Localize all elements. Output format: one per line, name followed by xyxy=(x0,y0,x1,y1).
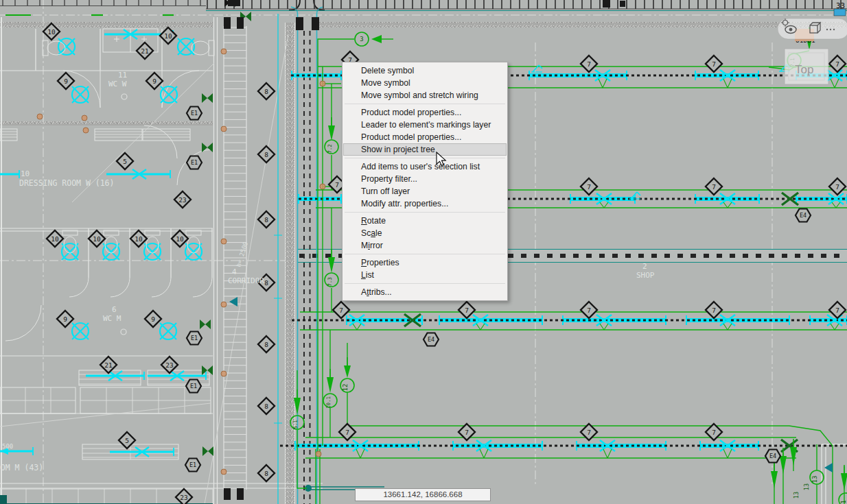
room-name-wcw: WC W xyxy=(108,80,127,88)
svg-text:7: 7 xyxy=(835,183,839,191)
svg-text:8: 8 xyxy=(264,341,268,348)
room-name-wcm: WC M xyxy=(103,314,121,323)
svg-text:E4: E4 xyxy=(769,453,776,459)
column xyxy=(603,0,610,8)
junction-dot xyxy=(221,49,227,54)
svg-text:E4: E4 xyxy=(800,212,807,219)
viewcube-face-label[interactable]: Top xyxy=(795,63,813,76)
svg-text:8: 8 xyxy=(264,403,268,410)
svg-text:23: 23 xyxy=(180,494,187,501)
junction-dot xyxy=(320,184,325,189)
menu-item-leader-markings[interactable]: Leader to element's markings layer xyxy=(343,119,507,131)
menu-item-move-symbol[interactable]: Move symbol xyxy=(343,77,507,89)
junction-dot xyxy=(316,451,321,457)
junction-dot xyxy=(320,81,325,86)
room-name-roomm: ROOM M (43) xyxy=(0,463,43,472)
hexagon-symbol: E1 xyxy=(185,459,200,472)
menu-item-scale[interactable]: Scale xyxy=(343,227,507,239)
wire-number-label: 13 xyxy=(793,492,800,499)
svg-text:10: 10 xyxy=(51,235,59,243)
svg-text:23: 23 xyxy=(178,196,186,204)
column xyxy=(228,0,240,6)
svg-text:E1: E1 xyxy=(190,383,197,389)
cad-application-window: { "window": { "coordinate_readout": "136… xyxy=(0,0,847,504)
svg-text:7: 7 xyxy=(712,183,716,191)
svg-text:13: 13 xyxy=(793,492,800,499)
more-options-dots[interactable] xyxy=(826,29,835,30)
column xyxy=(224,488,231,500)
svg-text:7: 7 xyxy=(345,429,349,436)
room-num-wcw: 11 xyxy=(118,71,127,80)
svg-text:7: 7 xyxy=(835,60,839,68)
svg-text:8: 8 xyxy=(264,279,268,287)
menu-separator xyxy=(345,212,505,213)
menu-item-move-symbol-stretch[interactable]: Move symbol and stretch wiring xyxy=(343,89,507,101)
svg-text:10: 10 xyxy=(47,28,56,36)
svg-text:7: 7 xyxy=(712,429,716,436)
room-name-shop: SHOP xyxy=(636,271,655,280)
menu-item-product-model-properties-2[interactable]: Product model properties... xyxy=(343,131,507,143)
viewcube[interactable]: Top xyxy=(785,49,828,84)
hexagon-symbol: E1 xyxy=(187,156,202,169)
menu-item-modify-attr[interactable]: Modify attr. properties... xyxy=(343,197,507,210)
svg-text:5: 5 xyxy=(123,158,127,165)
svg-text:10: 10 xyxy=(93,235,101,243)
menu-item-property-filter[interactable]: Property filter... xyxy=(343,173,507,185)
menu-item-properties[interactable]: Properties xyxy=(343,256,507,269)
menu-item-add-items-selection[interactable]: Add items to user's selection list xyxy=(343,160,507,173)
menu-item-show-in-project-tree[interactable]: Show in project tree xyxy=(343,143,507,156)
svg-text:8: 8 xyxy=(264,470,268,477)
room-num-dressing: 10 xyxy=(21,169,30,178)
room-name-dressing: DRESSING ROOM W (16) xyxy=(19,178,114,188)
mouse-cursor xyxy=(434,151,450,169)
svg-text:7: 7 xyxy=(587,60,591,68)
menu-separator xyxy=(345,104,505,104)
menu-item-mirror[interactable]: Mirror xyxy=(343,239,507,252)
menu-item-product-model-properties-1[interactable]: Product model properties... xyxy=(343,106,507,119)
svg-text:E1: E1 xyxy=(191,110,198,117)
column xyxy=(224,17,231,29)
menu-separator xyxy=(345,283,505,284)
column xyxy=(620,1,625,7)
column xyxy=(237,488,244,500)
svg-text:10: 10 xyxy=(135,235,143,243)
svg-text:7: 7 xyxy=(587,183,591,191)
svg-text:7: 7 xyxy=(335,181,339,189)
menu-item-list[interactable]: List xyxy=(343,269,507,281)
column xyxy=(296,17,303,30)
menu-item-attribs[interactable]: Attribs... xyxy=(343,286,507,298)
column xyxy=(312,17,319,30)
junction-dot xyxy=(221,302,227,307)
column xyxy=(237,17,244,29)
context-menu: Delete symbolMove symbolMove symbol and … xyxy=(342,62,508,301)
coordinate-readout: 13661.142, 16866.668 xyxy=(355,488,491,501)
junction-dot xyxy=(83,128,89,133)
svg-text:8: 8 xyxy=(264,216,268,224)
menu-separator xyxy=(345,158,505,158)
svg-text:10.1: 10.1 xyxy=(325,396,332,409)
svg-text:9: 9 xyxy=(63,315,67,323)
menu-item-delete-symbol[interactable]: Delete symbol xyxy=(343,64,507,77)
room-name-corridor: CORRIDOR xyxy=(228,276,264,285)
svg-text:E4: E4 xyxy=(428,336,434,343)
svg-text:7.3: 7.3 xyxy=(327,277,333,287)
menu-item-turn-off-layer[interactable]: Turn off layer xyxy=(343,185,507,197)
junction-dot xyxy=(221,126,227,132)
menu-item-rotate[interactable]: Rotate xyxy=(343,215,507,227)
room-num-corridor: 4 xyxy=(232,267,237,276)
svg-text:7: 7 xyxy=(465,429,469,436)
room-num-wcm: 6 xyxy=(112,305,117,314)
menu-separator xyxy=(345,254,505,254)
hexagon-symbol: E1 xyxy=(187,107,202,120)
svg-text:12: 12 xyxy=(342,384,349,392)
junction-dot xyxy=(82,115,87,121)
svg-text:5: 5 xyxy=(125,437,129,444)
svg-text:7: 7 xyxy=(465,307,469,314)
junction-dot xyxy=(221,371,227,376)
svg-text:7: 7 xyxy=(587,307,591,314)
svg-text:9: 9 xyxy=(152,77,156,85)
svg-text:7: 7 xyxy=(712,60,716,68)
svg-text:10: 10 xyxy=(164,32,172,40)
junction-dot xyxy=(221,239,227,244)
svg-text:7: 7 xyxy=(587,429,591,436)
